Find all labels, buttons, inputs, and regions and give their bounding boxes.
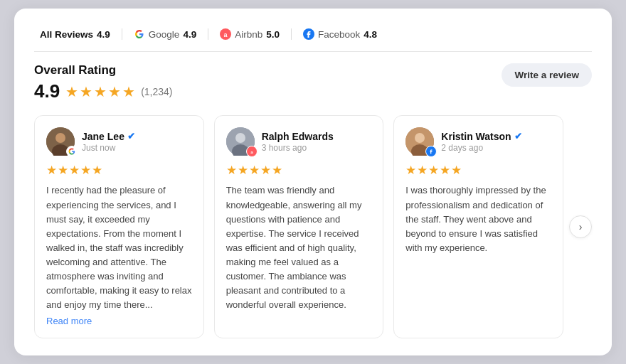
chevron-right-icon: › — [579, 221, 583, 232]
review-card-jane: Jane Lee ✔ Just now ★ ★ ★ ★ ★ I recently… — [34, 115, 204, 338]
card-header-ralph: a Ralph Edwards 3 hours ago — [226, 127, 372, 156]
card-name-block-ralph: Ralph Edwards 3 hours ago — [262, 131, 334, 153]
next-button[interactable]: › — [569, 215, 592, 238]
write-review-button[interactable]: Write a review — [502, 63, 592, 87]
tab-facebook[interactable]: Facebook 4.8 — [297, 26, 383, 43]
overall-left: Overall Rating 4.9 ★ ★ ★ ★ ★ (1,234) — [34, 63, 173, 102]
tab-google-score: 4.9 — [183, 29, 196, 40]
tab-all-score: 4.9 — [97, 29, 110, 40]
avatar-container-kristin — [405, 127, 434, 156]
overall-stars: ★ ★ ★ ★ ★ — [65, 83, 135, 100]
cards-wrapper: Jane Lee ✔ Just now ★ ★ ★ ★ ★ I recently… — [34, 115, 592, 338]
tab-facebook-score: 4.8 — [364, 29, 377, 40]
review-card-ralph: a Ralph Edwards 3 hours ago ★ ★ ★ — [214, 115, 384, 338]
tab-divider-1 — [122, 28, 122, 40]
airbnb-badge-icon: a — [248, 148, 255, 155]
platform-badge-ralph: a — [246, 146, 258, 157]
card-time-kristin: 2 days ago — [441, 143, 521, 153]
reviews-widget: All Reviews 4.9 Google 4.9 a Airbnb — [14, 9, 612, 355]
tab-bar: All Reviews 4.9 Google 4.9 a Airbnb — [34, 26, 592, 52]
card-name-block-kristin: Kristin Watson ✔ 2 days ago — [441, 131, 521, 153]
tab-divider-3 — [291, 28, 292, 40]
card-time-ralph: 3 hours ago — [262, 143, 334, 153]
facebook-icon — [303, 28, 314, 40]
overall-score: 4.9 — [34, 80, 60, 102]
facebook-badge-icon — [428, 148, 435, 155]
star-3: ★ — [94, 83, 107, 100]
verified-icon-jane: ✔ — [127, 131, 135, 141]
svg-point-8 — [235, 133, 245, 143]
platform-badge-jane — [66, 146, 78, 157]
card-text-kristin: I was thoroughly impressed by the profes… — [405, 183, 551, 255]
card-stars-jane: ★ ★ ★ ★ ★ — [46, 163, 192, 178]
overall-title: Overall Rating — [34, 63, 173, 77]
card-name-jane: Jane Lee ✔ — [82, 131, 135, 142]
tab-facebook-label: Facebook — [318, 29, 360, 40]
google-badge-icon — [68, 147, 76, 156]
tab-airbnb-label: Airbnb — [235, 29, 262, 40]
svg-point-5 — [55, 133, 65, 143]
overall-score-row: 4.9 ★ ★ ★ ★ ★ (1,234) — [34, 80, 173, 102]
svg-text:a: a — [250, 149, 253, 154]
airbnb-icon: a — [220, 28, 231, 40]
review-card-kristin: Kristin Watson ✔ 2 days ago ★ ★ ★ ★ ★ I … — [393, 115, 563, 338]
overall-rating-section: Overall Rating 4.9 ★ ★ ★ ★ ★ (1,234) Wri… — [34, 63, 592, 102]
avatar-container-ralph: a — [226, 127, 255, 156]
card-text-jane: I recently had the pleasure of experienc… — [46, 183, 192, 312]
avatar-container-jane — [46, 127, 75, 156]
review-count: (1,234) — [141, 86, 172, 97]
cards-container: Jane Lee ✔ Just now ★ ★ ★ ★ ★ I recently… — [34, 115, 563, 338]
card-stars-ralph: ★ ★ ★ ★ ★ — [226, 163, 372, 178]
card-header-jane: Jane Lee ✔ Just now — [46, 127, 192, 156]
tab-airbnb-score: 5.0 — [266, 29, 280, 40]
star-4: ★ — [108, 83, 121, 100]
tab-google-label: Google — [149, 29, 180, 40]
tab-all-reviews[interactable]: All Reviews 4.9 — [34, 26, 116, 43]
read-more-jane[interactable]: Read more — [46, 316, 192, 326]
card-name-kristin: Kristin Watson ✔ — [441, 131, 521, 142]
svg-point-12 — [415, 133, 425, 143]
star-5: ★ — [122, 83, 135, 100]
verified-icon-kristin: ✔ — [514, 131, 522, 141]
card-text-ralph: The team was friendly and knowledgeable,… — [226, 183, 372, 312]
platform-badge-kristin — [425, 146, 437, 157]
card-name-block-jane: Jane Lee ✔ Just now — [82, 131, 135, 153]
tab-divider-2 — [208, 28, 208, 40]
google-icon — [134, 28, 145, 40]
card-name-ralph: Ralph Edwards — [262, 131, 334, 142]
tab-google[interactable]: Google 4.9 — [128, 26, 202, 43]
tab-airbnb[interactable]: a Airbnb 5.0 — [214, 26, 285, 43]
card-time-jane: Just now — [82, 143, 135, 153]
tab-all-label: All Reviews — [40, 29, 93, 40]
card-stars-kristin: ★ ★ ★ ★ ★ — [405, 163, 551, 178]
star-2: ★ — [80, 83, 92, 100]
card-header-kristin: Kristin Watson ✔ 2 days ago — [405, 127, 551, 156]
star-1: ★ — [65, 83, 78, 100]
